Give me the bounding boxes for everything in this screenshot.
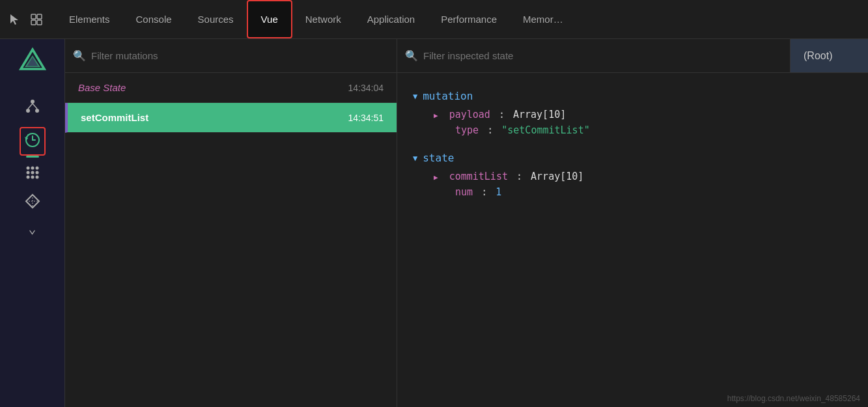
payload-expand-icon[interactable]: ▶ bbox=[434, 111, 438, 120]
setcommitlist-row[interactable]: setCommitList 14:34:51 bbox=[65, 103, 397, 133]
num-key: num bbox=[455, 186, 473, 198]
svg-point-18 bbox=[31, 171, 34, 175]
num-row: num : 1 bbox=[413, 186, 852, 198]
svg-rect-2 bbox=[31, 20, 36, 25]
svg-point-20 bbox=[26, 176, 29, 179]
tab-elements[interactable]: Elements bbox=[56, 0, 123, 38]
svg-point-7 bbox=[31, 100, 35, 104]
cursor-icon[interactable] bbox=[5, 10, 23, 29]
payload-value: Array[10] bbox=[513, 109, 566, 120]
state-section-title: state bbox=[423, 152, 454, 164]
mutation-name: setCommitList bbox=[81, 112, 148, 123]
base-state-row[interactable]: Base State 14:34:04 bbox=[65, 73, 397, 103]
vuex-icon[interactable] bbox=[23, 163, 42, 184]
inspector-filter-area: 🔍 bbox=[397, 44, 790, 67]
type-key: type bbox=[455, 124, 479, 136]
tab-vue[interactable]: Vue bbox=[247, 0, 292, 38]
tabs-container: Elements Console Sources Vue Network App… bbox=[56, 0, 863, 38]
tab-memory[interactable]: Memor… bbox=[510, 0, 576, 38]
svg-point-15 bbox=[31, 167, 34, 170]
svg-rect-0 bbox=[31, 14, 36, 19]
svg-point-17 bbox=[26, 171, 29, 175]
inspect-icon[interactable] bbox=[27, 10, 46, 29]
svg-line-11 bbox=[33, 104, 37, 109]
base-state-time: 14:34:04 bbox=[348, 83, 384, 93]
mutation-section-header: ▼ mutation bbox=[413, 90, 852, 102]
payload-key: payload bbox=[449, 109, 490, 120]
base-state-label: Base State bbox=[78, 82, 126, 93]
svg-point-14 bbox=[26, 167, 29, 170]
inspector-content: ▼ mutation ▶ payload : Array[10] type : … bbox=[397, 73, 868, 407]
footer-link: https://blog.csdn.net/weixin_48585264 bbox=[727, 394, 860, 403]
svg-point-21 bbox=[31, 176, 34, 179]
mutations-list: Base State 14:34:04 setCommitList 14:34:… bbox=[65, 73, 397, 407]
commitlist-expand-icon[interactable]: ▶ bbox=[434, 173, 438, 182]
tab-sources[interactable]: Sources bbox=[185, 0, 247, 38]
svg-rect-1 bbox=[37, 14, 42, 19]
type-row: type : "setCommitList" bbox=[413, 124, 852, 136]
num-value: 1 bbox=[496, 186, 501, 198]
mutations-filter-bar: 🔍 bbox=[65, 39, 397, 73]
mutation-chevron[interactable]: ▼ bbox=[413, 92, 417, 101]
svg-point-22 bbox=[35, 176, 38, 179]
devtools-icons bbox=[5, 10, 46, 29]
vue-logo bbox=[13, 46, 52, 85]
state-chevron[interactable]: ▼ bbox=[413, 154, 417, 163]
svg-point-19 bbox=[35, 171, 38, 175]
inspector-header: 🔍 (Root) bbox=[397, 39, 868, 73]
svg-point-9 bbox=[35, 109, 39, 113]
more-icon[interactable]: ⌄ bbox=[28, 221, 36, 236]
payload-row: ▶ payload : Array[10] bbox=[413, 109, 852, 120]
mutations-panel: 🔍 Base State 14:34:04 setCommitList 14:3… bbox=[65, 39, 397, 407]
tab-network[interactable]: Network bbox=[292, 0, 354, 38]
main-content: ⌄ 🔍 Base State 14:34:04 setCommitList 14… bbox=[0, 39, 868, 407]
root-badge[interactable]: (Root) bbox=[790, 39, 868, 72]
mutation-section-title: mutation bbox=[423, 90, 473, 102]
svg-line-10 bbox=[28, 104, 33, 109]
vue-sidebar: ⌄ bbox=[0, 39, 65, 407]
search-mutations-icon: 🔍 bbox=[73, 49, 86, 62]
svg-point-16 bbox=[35, 167, 38, 170]
inspector-panel: 🔍 (Root) ▼ mutation ▶ payload : Array[10… bbox=[397, 39, 868, 407]
filter-mutations-input[interactable] bbox=[91, 50, 389, 61]
tab-application[interactable]: Application bbox=[354, 0, 428, 38]
search-state-icon: 🔍 bbox=[405, 49, 418, 62]
commitlist-value: Array[10] bbox=[531, 171, 583, 182]
commitlist-row: ▶ commitList : Array[10] bbox=[413, 171, 852, 182]
mutation-time: 14:34:51 bbox=[348, 113, 384, 123]
component-tree-icon[interactable] bbox=[23, 98, 42, 119]
router-icon[interactable] bbox=[23, 192, 42, 213]
svg-rect-3 bbox=[37, 20, 42, 25]
vue-toolbar-icons: ⌄ bbox=[20, 98, 46, 236]
svg-point-8 bbox=[26, 109, 30, 113]
state-section-header: ▼ state bbox=[413, 152, 852, 164]
timeline-icon[interactable] bbox=[20, 127, 46, 156]
tab-performance[interactable]: Performance bbox=[428, 0, 510, 38]
tab-bar: Elements Console Sources Vue Network App… bbox=[0, 0, 868, 39]
type-value: "setCommitList" bbox=[501, 124, 589, 136]
filter-state-input[interactable] bbox=[423, 50, 782, 61]
tab-console[interactable]: Console bbox=[123, 0, 185, 38]
commitlist-key: commitList bbox=[449, 171, 508, 182]
